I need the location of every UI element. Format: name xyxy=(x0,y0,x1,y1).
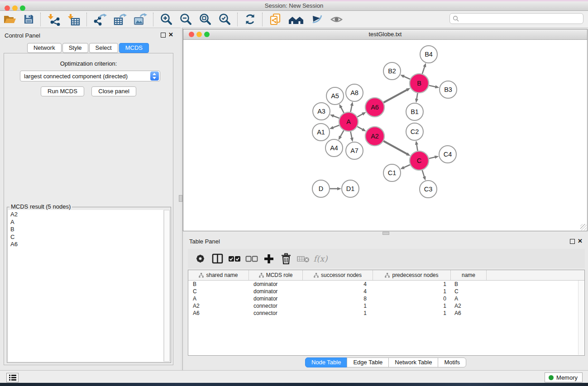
graph-edge[interactable] xyxy=(340,130,344,137)
result-list-item[interactable]: B xyxy=(10,226,163,234)
tab-motifs[interactable]: Motifs xyxy=(438,357,466,367)
column-header-filler xyxy=(487,270,584,280)
table-row[interactable]: Adominator80A xyxy=(188,295,584,302)
show-columns-button[interactable] xyxy=(210,251,225,267)
hide-annotations-button[interactable] xyxy=(307,12,327,27)
close-table-panel-icon[interactable]: ✕ xyxy=(578,238,583,244)
save-session-button[interactable] xyxy=(20,12,38,27)
tab-mcds[interactable]: MCDS xyxy=(119,43,149,53)
tab-edge-table[interactable]: Edge Table xyxy=(347,357,389,367)
graph-edge[interactable] xyxy=(404,165,410,167)
graph-node-label: B2 xyxy=(388,67,396,75)
import-table-button[interactable] xyxy=(64,12,84,27)
graph-edge[interactable] xyxy=(350,132,352,138)
attribute-icon xyxy=(314,273,319,278)
graph-edge[interactable] xyxy=(383,141,407,154)
table-cell: 1 xyxy=(373,288,451,295)
graph-node-label: C3 xyxy=(424,186,433,193)
home-button[interactable] xyxy=(285,12,307,27)
column-header-name[interactable]: name xyxy=(451,270,487,280)
graph-edge[interactable] xyxy=(429,157,435,158)
table-row[interactable]: Bdominator41B xyxy=(188,281,584,288)
zoom-in-button[interactable] xyxy=(157,12,176,27)
graph-edge[interactable] xyxy=(416,144,417,151)
select-all-button[interactable] xyxy=(227,251,242,267)
graph-node-label: B4 xyxy=(425,51,433,58)
open-session-button[interactable] xyxy=(0,12,20,27)
graph-edge[interactable] xyxy=(341,107,344,113)
graph-edge[interactable] xyxy=(333,116,339,118)
tab-node-table[interactable]: Node Table xyxy=(305,357,348,367)
graph-edge[interactable] xyxy=(422,170,425,177)
graph-edge[interactable] xyxy=(416,93,417,100)
table-row[interactable]: A6connector11A6 xyxy=(188,310,584,317)
graph-edge[interactable] xyxy=(404,76,410,79)
table-settings-button[interactable] xyxy=(192,251,208,267)
export-table-button[interactable] xyxy=(110,12,130,27)
column-header-predecessor-nodes[interactable]: predecessor nodes xyxy=(373,270,451,280)
function-builder-button[interactable]: f(x) xyxy=(313,251,328,267)
table-splitter-handle[interactable] xyxy=(382,232,389,235)
table-row[interactable]: Cdominator41C xyxy=(188,288,584,295)
column-header-successor-nodes[interactable]: successor nodes xyxy=(303,270,373,280)
run-mcds-button[interactable]: Run MCDS xyxy=(41,86,84,96)
result-list-item[interactable]: C xyxy=(10,234,163,241)
tab-network-table[interactable]: Network Table xyxy=(388,357,438,367)
tab-select[interactable]: Select xyxy=(89,43,118,53)
zoom-fit-button[interactable] xyxy=(196,12,215,27)
result-scrollbar[interactable] xyxy=(164,210,170,362)
import-network-button[interactable] xyxy=(44,12,64,27)
result-list-item[interactable]: A2 xyxy=(10,211,163,219)
graph-edge[interactable] xyxy=(383,90,407,102)
result-list-item[interactable]: A xyxy=(10,219,163,226)
graph-edge[interactable] xyxy=(422,67,425,74)
resize-grip-icon[interactable] xyxy=(580,224,587,230)
show-view-button[interactable] xyxy=(327,12,346,27)
zoom-out-button[interactable] xyxy=(176,12,196,27)
criterion-dropdown[interactable]: largest connected component (directed) xyxy=(20,71,160,81)
main-toolbar xyxy=(0,11,588,28)
network-zoom-traffic-light[interactable] xyxy=(204,32,210,37)
delete-column-button[interactable] xyxy=(278,251,294,267)
result-list-item[interactable]: A6 xyxy=(10,241,163,248)
zoom-fit-icon xyxy=(199,13,212,26)
zoom-traffic-light[interactable] xyxy=(20,5,25,11)
graph-edge[interactable] xyxy=(350,105,352,112)
graph-edge[interactable] xyxy=(357,114,363,117)
close-panel-icon[interactable]: ✕ xyxy=(168,32,173,38)
panel-splitter-handle[interactable] xyxy=(179,195,182,202)
add-column-button[interactable] xyxy=(261,251,277,267)
table-header: shared name MCDS role successor nodes pr… xyxy=(188,270,584,281)
float-panel-icon[interactable] xyxy=(161,33,166,38)
tab-style[interactable]: Style xyxy=(62,43,88,53)
graph-edge[interactable] xyxy=(333,125,339,128)
network-canvas[interactable]: B4B2BB3A5A8A6A3B1AA1A2C2A4A7CC4C1C3DD1 xyxy=(183,40,587,231)
mcds-result-list[interactable]: A2ABCA6 xyxy=(8,210,164,362)
refresh-button[interactable] xyxy=(241,12,259,27)
column-header-mcds-role[interactable]: MCDS role xyxy=(249,270,303,280)
minimize-traffic-light[interactable] xyxy=(12,5,18,11)
graph-edge[interactable] xyxy=(429,86,435,87)
search-input[interactable] xyxy=(461,14,583,23)
close-traffic-light[interactable] xyxy=(5,5,10,11)
network-minimize-traffic-light[interactable] xyxy=(196,32,202,37)
delete-table-button[interactable] xyxy=(296,251,311,267)
table-scrollbar[interactable] xyxy=(578,281,584,355)
dropdown-stepper-icon xyxy=(150,71,159,81)
close-panel-button[interactable]: Close panel xyxy=(91,86,136,96)
export-network-button[interactable] xyxy=(90,12,110,27)
memory-button[interactable]: Memory xyxy=(545,372,583,382)
deselect-all-button[interactable] xyxy=(244,251,259,267)
clone-network-button[interactable] xyxy=(266,12,285,27)
export-image-button[interactable] xyxy=(130,12,150,27)
zoom-selected-button[interactable] xyxy=(215,12,234,27)
task-history-button[interactable] xyxy=(6,373,19,382)
table-cell: 1 xyxy=(303,310,373,317)
network-close-traffic-light[interactable] xyxy=(189,32,194,37)
float-table-panel-icon[interactable] xyxy=(570,239,575,244)
tab-network[interactable]: Network xyxy=(27,43,62,53)
graph-edge[interactable] xyxy=(357,127,363,130)
network-window-titlebar[interactable]: testGlobe.txt xyxy=(183,29,587,40)
table-row[interactable]: A2connector11A2 xyxy=(188,302,584,310)
column-header-shared-name[interactable]: shared name xyxy=(188,270,249,280)
